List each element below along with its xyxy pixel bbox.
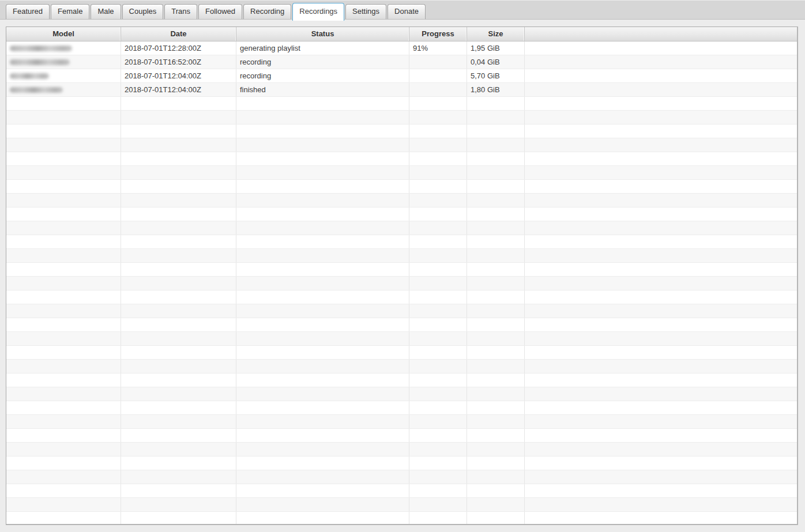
tab-female[interactable]: Female: [51, 4, 89, 19]
cell-size: [467, 111, 525, 124]
cell-model: [6, 498, 121, 511]
tab-followed[interactable]: Followed: [198, 4, 242, 19]
table-row[interactable]: 2018-07-01T16:52:00Zrecording0,04 GiB: [6, 55, 797, 69]
cell-progress: [409, 235, 467, 248]
cell-size: [467, 512, 525, 525]
cell-filler: [525, 470, 797, 484]
cell-status: [236, 263, 409, 276]
table-row-empty: [6, 346, 797, 360]
cell-filler: [525, 304, 797, 318]
table-row-empty: [6, 166, 797, 180]
cell-filler: [525, 318, 797, 331]
tab-settings[interactable]: Settings: [345, 4, 386, 19]
cell-progress: [409, 69, 467, 82]
cell-model: [6, 429, 121, 442]
column-header-progress[interactable]: Progress: [409, 27, 467, 41]
cell-size: [467, 415, 525, 428]
table-row-empty: [6, 277, 797, 290]
column-header-status[interactable]: Status: [236, 27, 409, 41]
cell-progress: [409, 415, 467, 428]
cell-date: [121, 332, 236, 345]
table-row-empty: [6, 332, 797, 346]
cell-size: [467, 166, 525, 179]
table-row-empty: [6, 235, 797, 249]
cell-size: [467, 346, 525, 359]
cell-date: [121, 235, 236, 248]
column-header-filler[interactable]: [525, 27, 797, 41]
cell-progress: [409, 124, 467, 138]
cell-progress: [409, 194, 467, 207]
cell-date: [121, 180, 236, 193]
cell-model: [6, 346, 121, 359]
cell-progress: [409, 512, 467, 525]
table-row-empty: [6, 443, 797, 456]
cell-date: [121, 304, 236, 318]
cell-filler: [525, 249, 797, 262]
column-header-size[interactable]: Size: [467, 27, 525, 41]
tab-trans[interactable]: Trans: [164, 4, 197, 19]
cell-status: [236, 235, 409, 248]
table-row[interactable]: 2018-07-01T12:28:00Zgenerating playlist9…: [6, 41, 797, 55]
cell-size: [467, 373, 525, 387]
cell-progress: [409, 484, 467, 497]
cell-filler: [525, 180, 797, 193]
cell-date: [121, 290, 236, 304]
cell-status: [236, 180, 409, 193]
cell-size: [467, 290, 525, 304]
cell-filler: [525, 263, 797, 276]
cell-model: [6, 207, 121, 221]
table-row-empty: [6, 429, 797, 443]
tab-recording[interactable]: Recording: [243, 4, 291, 19]
cell-model: [6, 55, 121, 69]
cell-filler: [525, 221, 797, 235]
cell-status: [236, 221, 409, 235]
tab-featured[interactable]: Featured: [6, 4, 50, 19]
table-row-empty: [6, 124, 797, 138]
cell-model: [6, 456, 121, 470]
column-header-model[interactable]: Model: [6, 27, 121, 41]
cell-progress: [409, 318, 467, 331]
cell-model: [6, 332, 121, 345]
tab-donate[interactable]: Donate: [388, 4, 426, 19]
cell-model: [6, 304, 121, 318]
cell-size: [467, 360, 525, 373]
cell-date: 2018-07-01T12:28:00Z: [121, 41, 236, 55]
cell-size: [467, 207, 525, 221]
table-row-empty: [6, 111, 797, 124]
recordings-table: ModelDateStatusProgressSize 2018-07-01T1…: [6, 27, 798, 525]
cell-filler: [525, 290, 797, 304]
cell-progress: [409, 55, 467, 69]
cell-size: [467, 277, 525, 290]
table-row-empty: [6, 318, 797, 332]
cell-date: [121, 166, 236, 179]
cell-status: [236, 152, 409, 165]
cell-status: [236, 97, 409, 110]
cell-progress: [409, 152, 467, 165]
cell-model: [6, 138, 121, 152]
cell-model: [6, 415, 121, 428]
table-row[interactable]: 2018-07-01T12:04:00Zrecording5,70 GiB: [6, 69, 797, 83]
table-row-empty: [6, 290, 797, 304]
cell-progress: [409, 401, 467, 414]
table-row[interactable]: 2018-07-01T12:04:00Zfinished1,80 GiB: [6, 83, 797, 97]
tab-recordings[interactable]: Recordings: [292, 3, 344, 21]
cell-progress: [409, 332, 467, 345]
cell-date: [121, 456, 236, 470]
cell-model: [6, 401, 121, 414]
cell-size: 0,04 GiB: [467, 55, 525, 69]
cell-filler: [525, 55, 797, 69]
cell-model: [6, 221, 121, 235]
tab-couples[interactable]: Couples: [122, 4, 164, 19]
cell-status: generating playlist: [236, 41, 409, 55]
cell-progress: [409, 166, 467, 179]
cell-model: [6, 387, 121, 401]
cell-size: [467, 235, 525, 248]
table-row-empty: [6, 456, 797, 470]
tab-male[interactable]: Male: [91, 4, 121, 19]
cell-date: [121, 318, 236, 331]
cell-filler: [525, 443, 797, 456]
cell-size: [467, 318, 525, 331]
cell-status: [236, 277, 409, 290]
column-header-date[interactable]: Date: [121, 27, 236, 41]
cell-date: [121, 387, 236, 401]
